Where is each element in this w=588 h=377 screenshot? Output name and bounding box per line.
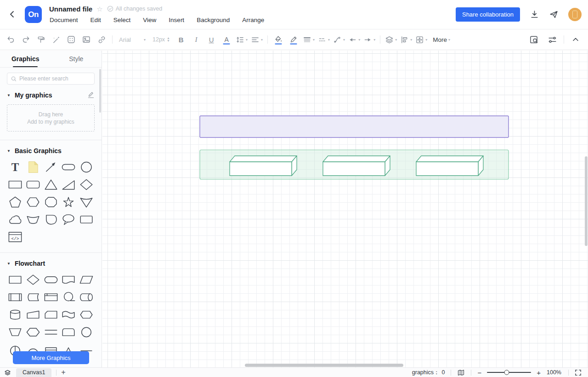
format-painter-icon[interactable] [35, 34, 47, 46]
line-style-icon[interactable]: ▾ [318, 34, 330, 46]
shape-search-box[interactable] [7, 73, 95, 85]
collapse-triangle-icon[interactable]: ▼ [7, 149, 11, 153]
fullscreen-icon[interactable] [575, 369, 582, 376]
tab-style[interactable]: Style [51, 51, 102, 67]
redo-icon[interactable] [20, 34, 32, 46]
undo-icon[interactable] [5, 34, 17, 46]
share-collaboration-button[interactable]: Share collaboration [456, 7, 520, 22]
my-graphics-dropzone[interactable]: Drag here Add to my graphics [7, 104, 95, 131]
link-icon[interactable] [96, 34, 107, 46]
fill-color-icon[interactable] [272, 34, 284, 46]
shape-cloud[interactable] [6, 212, 24, 227]
shape-circle[interactable] [78, 160, 95, 174]
shape-collate[interactable] [24, 212, 42, 227]
font-size-stepper[interactable]: ▲▼ [167, 37, 170, 42]
menu-select[interactable]: Select [113, 17, 131, 23]
send-icon[interactable] [549, 10, 559, 19]
more-tools-button[interactable]: More▾ [433, 36, 450, 43]
italic-button[interactable]: I [190, 34, 202, 46]
menu-insert[interactable]: Insert [169, 17, 184, 23]
line-color-icon[interactable] [288, 34, 300, 46]
zoom-slider-track[interactable] [487, 372, 531, 373]
shape-right-triangle[interactable] [60, 177, 77, 192]
shape-hexagon[interactable] [24, 195, 42, 209]
line-height-icon[interactable]: ▾ [236, 34, 248, 46]
shape-flow-wave[interactable] [60, 308, 77, 322]
shape-database[interactable] [6, 308, 24, 322]
font-color-button[interactable]: A [220, 34, 232, 46]
my-graphics-header[interactable]: ▼ My graphics [7, 91, 95, 99]
shape-pentagon[interactable] [6, 195, 24, 209]
document-title[interactable]: Unnamed file [49, 5, 92, 13]
shape-text[interactable]: T [6, 160, 24, 174]
shape-terminator[interactable] [42, 273, 60, 287]
arrow-end-icon[interactable]: ▾ [363, 34, 375, 46]
shape-rounded-rectangle[interactable] [24, 177, 42, 192]
back-icon[interactable] [6, 8, 17, 20]
zoom-in-button[interactable]: + [537, 369, 541, 376]
shape-code-block[interactable]: </> [6, 230, 24, 244]
search-input[interactable] [19, 75, 90, 82]
arrow-start-icon[interactable]: ▾ [348, 34, 360, 46]
shape-document[interactable] [60, 273, 77, 287]
shape-triangle[interactable] [42, 177, 60, 192]
basic-graphics-header[interactable]: ▼ Basic Graphics [7, 147, 95, 154]
pattern-fill-icon[interactable] [65, 34, 77, 46]
shape-cone[interactable] [78, 195, 95, 209]
canvas-horizontal-scrollbar[interactable] [245, 364, 403, 367]
font-size-select[interactable]: 12px▲▼ [151, 34, 172, 46]
shape-rectangle[interactable] [6, 177, 24, 192]
connector-type-icon[interactable]: ▾ [333, 34, 345, 46]
shape-preparation[interactable] [24, 325, 42, 339]
minimap-icon[interactable] [457, 369, 465, 377]
collapse-triangle-icon[interactable]: ▼ [7, 93, 11, 97]
drawing-canvas[interactable] [102, 51, 588, 367]
pages-stack-icon[interactable] [4, 369, 11, 377]
avatar[interactable] [568, 8, 582, 21]
shape-decision[interactable] [24, 273, 42, 287]
collapse-triangle-icon[interactable]: ▼ [7, 262, 11, 266]
align-objects-icon[interactable]: ▾ [400, 34, 412, 46]
add-canvas-button[interactable]: + [61, 369, 65, 376]
shape-magnetic-tape[interactable] [60, 290, 77, 304]
layers-icon[interactable]: ▾ [385, 34, 397, 46]
preview-search-icon[interactable] [528, 34, 540, 46]
shape-octagon[interactable] [42, 195, 60, 209]
underline-button[interactable]: U [205, 34, 217, 46]
settings-sliders-icon[interactable] [546, 34, 558, 46]
magic-pen-icon[interactable] [50, 34, 62, 46]
shape-diamond[interactable] [78, 177, 95, 192]
zoom-out-button[interactable]: − [477, 369, 481, 376]
tab-graphics[interactable]: Graphics [0, 51, 51, 67]
shape-process[interactable] [6, 273, 24, 287]
shape-internal-storage[interactable] [42, 290, 60, 304]
shape-arrow[interactable] [42, 160, 60, 174]
shape-data[interactable] [78, 273, 95, 287]
more-graphics-button[interactable]: More Graphics [13, 351, 89, 364]
canvas-vertical-scrollbar[interactable] [585, 156, 588, 246]
shape-circle-node[interactable] [78, 325, 95, 339]
app-logo[interactable]: On [25, 6, 42, 23]
bold-button[interactable]: B [175, 34, 187, 46]
line-width-icon[interactable]: ▾ [303, 34, 315, 46]
font-family-select[interactable]: Arial▾ [117, 34, 147, 46]
canvas-tab[interactable]: Canvas1 [16, 368, 51, 377]
flowchart-header[interactable]: ▼ Flowchart [7, 260, 95, 267]
text-align-icon[interactable]: ▾ [251, 34, 263, 46]
shape-inverted-trapezoid[interactable] [6, 325, 24, 339]
shape-stored-data[interactable] [24, 290, 42, 304]
zoom-slider-knob[interactable] [504, 370, 509, 375]
shape-pill[interactable] [60, 160, 77, 174]
shape-alt-hexagon[interactable] [78, 308, 95, 322]
menu-arrange[interactable]: Arrange [242, 17, 264, 23]
collapse-toolbar-icon[interactable] [570, 34, 582, 46]
position-fit-icon[interactable]: ▾ [415, 34, 427, 46]
shape-predefined-process[interactable] [6, 290, 24, 304]
menu-document[interactable]: Document [50, 17, 78, 23]
shape-teardrop[interactable] [42, 212, 60, 227]
download-icon[interactable] [530, 10, 539, 19]
shape-sticky-note[interactable] [24, 160, 42, 174]
shape-callout[interactable] [60, 212, 77, 227]
shape-card[interactable] [42, 308, 60, 322]
shape-delay[interactable] [60, 325, 77, 339]
